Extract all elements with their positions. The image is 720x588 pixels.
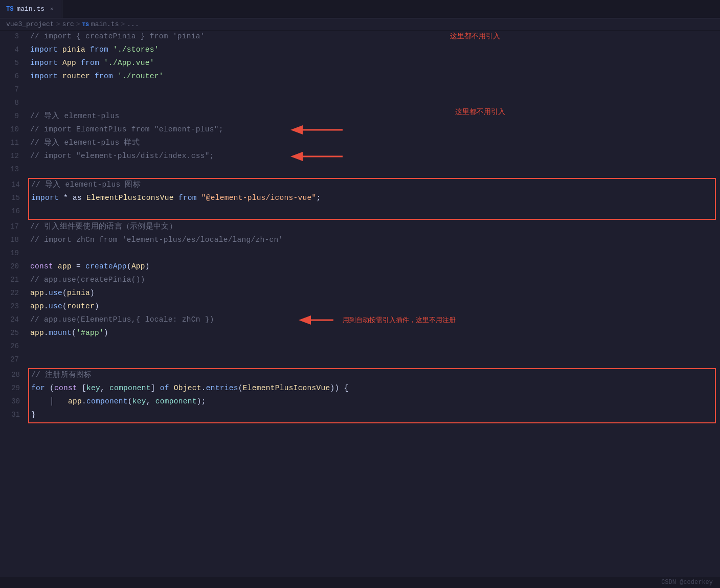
tab-bar: TS main.ts ×	[0, 0, 720, 18]
highlight-block-1: 14 // 导入 element-plus 图标 15 import * as …	[28, 178, 716, 220]
breadcrumb-ts-badge: TS	[82, 21, 89, 28]
code-line-13: 13	[0, 164, 720, 177]
code-line-14: 14 // 导入 element-plus 图标	[1, 179, 715, 192]
line-num-28: 28	[1, 369, 29, 380]
line-content-14: // 导入 element-plus 图标	[29, 179, 715, 191]
line-content-17: // 引入组件要使用的语言（示例是中文）	[28, 221, 720, 233]
line-content-19	[28, 247, 720, 259]
close-tab-button[interactable]: ×	[48, 5, 56, 13]
line-content-11: // 导入 element-plus 样式	[28, 137, 720, 149]
line-num-13: 13	[0, 164, 28, 175]
line-num-8: 8	[0, 97, 28, 108]
annotation-text-1: 这里都不用引入	[450, 31, 500, 42]
line-num-6: 6	[0, 71, 28, 82]
line-content-23: app.use(router)	[28, 301, 720, 312]
breadcrumb-src: src	[62, 20, 74, 28]
code-line-3: 3 // import { createPinia } from 'pinia'	[0, 31, 720, 44]
line-content-21: // app.use(createPinia())	[28, 274, 720, 286]
code-line-19: 19	[0, 247, 720, 261]
line-content-8	[28, 97, 720, 109]
code-line-27: 27	[0, 354, 720, 367]
code-line-17: 17 // 引入组件要使用的语言（示例是中文）	[0, 221, 720, 234]
line-content-15: import * as ElementPlusIconsVue from "@e…	[29, 192, 715, 204]
code-line-26: 26	[0, 341, 720, 354]
line-num-30: 30	[1, 396, 29, 407]
line-num-22: 22	[0, 287, 28, 299]
breadcrumb: vue3_project > src > TS main.ts > ...	[0, 18, 720, 31]
code-line-5: 5 import App from './App.vue'	[0, 57, 720, 71]
code-line-30: 30 │ app.component(key, component);	[1, 396, 715, 409]
line-content-6: import router from './router'	[28, 71, 720, 82]
code-line-22: 22 app.use(pinia)	[0, 287, 720, 301]
code-editor: 3 // import { createPinia } from 'pinia'…	[0, 31, 720, 423]
annotation-label-1: 这里都不用引入	[455, 108, 505, 116]
line-content-28: // 注册所有图标	[29, 369, 715, 381]
line-content-20: const app = createApp(App)	[28, 261, 720, 273]
line-num-26: 26	[0, 341, 28, 352]
code-line-28: 28 // 注册所有图标	[1, 369, 715, 382]
code-line-18: 18 // import zhCn from 'element-plus/es/…	[0, 234, 720, 247]
code-line-10: 10 // import ElementPlus from "element-p…	[0, 124, 720, 137]
line-num-19: 19	[0, 247, 28, 259]
ts-badge: TS	[6, 6, 13, 13]
footer-text: CSDN @coderkey	[661, 579, 713, 586]
code-line-7: 7	[0, 84, 720, 97]
line-num-12: 12	[0, 150, 28, 162]
line-content-18: // import zhCn from 'element-plus/es/loc…	[28, 234, 720, 246]
line-num-24: 24	[0, 314, 28, 325]
breadcrumb-sep2: >	[76, 20, 80, 28]
line-content-25: app.mount('#app')	[28, 327, 720, 339]
line-content-9: // 导入 element-plus	[28, 110, 720, 122]
line-num-31: 31	[1, 409, 29, 420]
line-num-16: 16	[1, 206, 29, 217]
editor-layout: TS main.ts × vue3_project > src > TS mai…	[0, 0, 720, 423]
arrow-icon-2	[286, 149, 348, 166]
arrow-icon-3	[297, 313, 338, 329]
line-num-11: 11	[0, 137, 28, 148]
breadcrumb-ellipsis: ...	[127, 20, 139, 28]
line-num-27: 27	[0, 354, 28, 365]
breadcrumb-filename: main.ts	[91, 20, 119, 28]
line-num-9: 9	[0, 110, 28, 122]
line-content-3: // import { createPinia } from 'pinia'	[28, 31, 720, 42]
line-content-16	[29, 206, 715, 217]
line-num-29: 29	[1, 382, 29, 394]
line-num-5: 5	[0, 57, 28, 69]
code-line-25: 25 app.mount('#app')	[0, 327, 720, 341]
annotation-region-1: 这里都不用引入	[455, 106, 505, 118]
code-line-4: 4 import pinia from './stores'	[0, 44, 720, 57]
highlight-block-2: 28 // 注册所有图标 29 for (const [key, compone…	[28, 368, 716, 423]
code-line-16: 16	[1, 206, 715, 219]
line-num-14: 14	[1, 179, 29, 190]
code-line-21: 21 // app.use(createPinia())	[0, 274, 720, 287]
code-line-11: 11 // 导入 element-plus 样式 这里都不用引入	[0, 137, 720, 150]
line-num-3: 3	[0, 31, 28, 42]
line-content-7	[28, 84, 720, 96]
code-line-23: 23 app.use(router)	[0, 301, 720, 314]
tab-filename: main.ts	[16, 5, 44, 13]
line-content-27	[28, 354, 720, 366]
line-num-17: 17	[0, 221, 28, 232]
line-content-12: // import "element-plus/dist/index.css";	[28, 150, 720, 162]
code-line-24: 24 // app.use(ElementPlus,{ locale: zhCn…	[0, 314, 720, 327]
line-num-20: 20	[0, 261, 28, 272]
line-num-15: 15	[1, 192, 29, 203]
line-num-25: 25	[0, 327, 28, 338]
code-line-9: 9 // 导入 element-plus	[0, 110, 720, 124]
line-content-4: import pinia from './stores'	[28, 44, 720, 56]
code-line-12: 12 // import "element-plus/dist/index.cs…	[0, 150, 720, 164]
line-content-13	[28, 164, 720, 175]
line-num-21: 21	[0, 274, 28, 285]
line-content-30: │ app.component(key, component);	[29, 396, 715, 408]
line-content-22: app.use(pinia)	[28, 287, 720, 299]
line-num-7: 7	[0, 84, 28, 95]
breadcrumb-sep1: >	[56, 20, 60, 28]
annotation-text-2: 用到自动按需引入插件，这里不用注册	[343, 315, 456, 326]
line-content-10: // import ElementPlus from "element-plus…	[28, 124, 720, 135]
tab-main-ts[interactable]: TS main.ts ×	[0, 0, 62, 18]
line-num-4: 4	[0, 44, 28, 55]
code-line-20: 20 const app = createApp(App)	[0, 261, 720, 274]
line-content-29: for (const [key, component] of Object.en…	[29, 382, 715, 394]
code-line-8: 8	[0, 97, 720, 110]
breadcrumb-project: vue3_project	[6, 20, 54, 28]
